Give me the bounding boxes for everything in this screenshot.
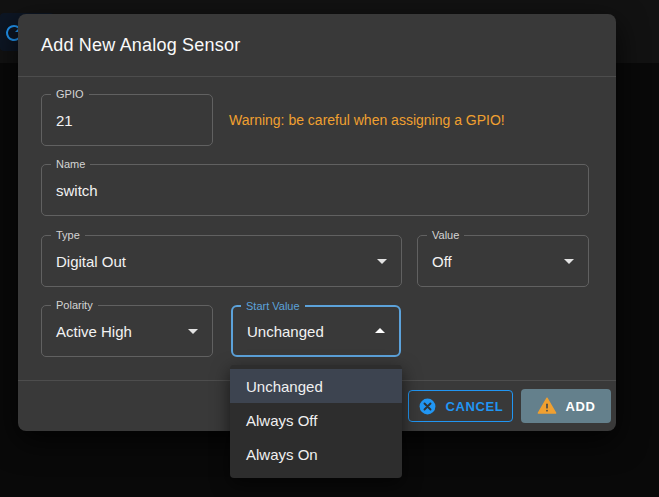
value-value: Off — [432, 253, 452, 270]
start-value-dropdown-menu: Unchanged Always Off Always On — [230, 365, 402, 478]
value-label: Value — [427, 228, 464, 242]
circle-x-icon — [418, 397, 437, 416]
add-button[interactable]: ADD — [521, 389, 611, 423]
polarity-select[interactable]: Polarity Active High — [41, 305, 213, 357]
polarity-startvalue-row: Polarity Active High Start Value Unchang… — [41, 305, 589, 357]
menu-item-unchanged[interactable]: Unchanged — [230, 369, 402, 403]
name-row: Name switch — [41, 164, 589, 216]
type-value: Digital Out — [56, 253, 126, 270]
cancel-button[interactable]: CANCEL — [408, 390, 513, 422]
polarity-value: Active High — [56, 323, 132, 340]
caret-down-icon — [377, 259, 387, 264]
type-label: Type — [51, 228, 85, 242]
dialog-header: Add New Analog Sensor — [18, 14, 616, 77]
menu-item-always-off[interactable]: Always Off — [230, 403, 402, 437]
add-button-label: ADD — [566, 399, 596, 414]
gpio-input[interactable]: GPIO 21 — [41, 94, 213, 146]
start-value-select[interactable]: Start Value Unchanged — [231, 305, 401, 357]
gpio-value: 21 — [56, 112, 73, 129]
warning-triangle-icon — [537, 396, 557, 416]
name-label: Name — [51, 157, 90, 171]
caret-up-icon — [375, 328, 385, 333]
gpio-label: GPIO — [51, 87, 89, 101]
menu-item-always-on[interactable]: Always On — [230, 437, 402, 471]
start-value-label: Start Value — [241, 299, 305, 313]
caret-down-icon — [188, 329, 198, 334]
dialog-title: Add New Analog Sensor — [41, 35, 240, 56]
dialog-body: GPIO 21 Warning: be careful when assigni… — [18, 77, 616, 357]
type-select[interactable]: Type Digital Out — [41, 235, 402, 287]
gpio-row: GPIO 21 Warning: be careful when assigni… — [41, 94, 589, 146]
type-value-row: Type Digital Out Value Off — [41, 235, 589, 287]
gpio-warning-text: Warning: be careful when assigning a GPI… — [229, 112, 505, 128]
cancel-button-label: CANCEL — [446, 399, 504, 414]
polarity-label: Polarity — [51, 298, 98, 312]
name-input[interactable]: Name switch — [41, 164, 589, 216]
value-select[interactable]: Value Off — [417, 235, 589, 287]
start-value-value: Unchanged — [247, 323, 324, 340]
caret-down-icon — [564, 259, 574, 264]
name-value: switch — [56, 182, 98, 199]
